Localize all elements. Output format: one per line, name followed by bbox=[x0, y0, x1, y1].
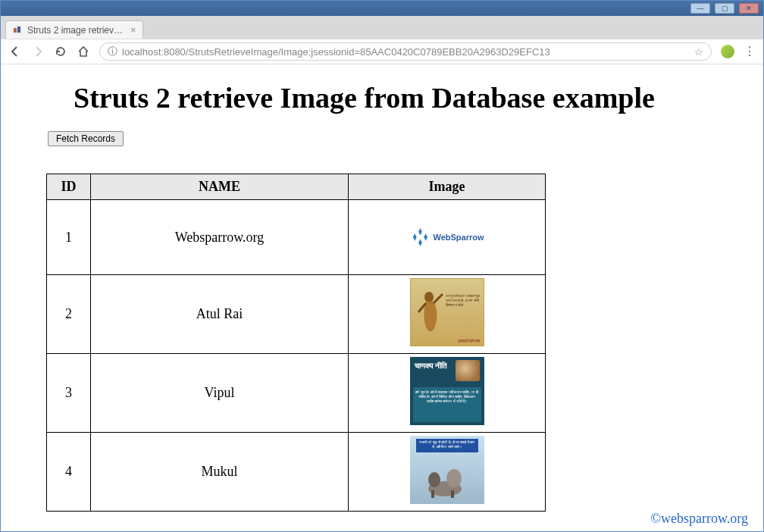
navigation-bar: ⓘ localhost:8080/StrutsRetrieveImage/Ima… bbox=[1, 39, 763, 64]
cell-name: Vipul bbox=[91, 354, 349, 433]
table-row: 3 Vipul चाणक्य नीति हमें भूत के बारे में… bbox=[47, 354, 546, 433]
svg-marker-4 bbox=[418, 239, 422, 246]
url-host: localhost bbox=[122, 46, 161, 58]
svg-point-10 bbox=[446, 469, 462, 487]
thumbnail-quote: चाणक्य नीति हमें भूत के बारे में पछतावा … bbox=[410, 357, 484, 425]
url-path: /StrutsRetrieveImage/Image;jsessionid=85… bbox=[186, 46, 550, 58]
header-id: ID bbox=[47, 174, 91, 200]
table-header-row: ID NAME Image bbox=[47, 174, 546, 200]
thumbnail-footer: आचार्य चाणक्य bbox=[458, 339, 481, 344]
cell-id: 4 bbox=[47, 433, 91, 512]
table-row: 1 Websparrow.org bbox=[47, 200, 546, 275]
svg-point-7 bbox=[424, 292, 434, 302]
cell-image: चाणक्य नीति हमें भूत के बारे में पछतावा … bbox=[349, 354, 546, 433]
header-image: Image bbox=[349, 174, 546, 200]
maximize-button[interactable]: ▢ bbox=[715, 3, 734, 14]
cell-image: WebSparrow bbox=[349, 200, 546, 275]
records-table: ID NAME Image 1 Websparrow.org bbox=[46, 174, 546, 512]
thumbnail-quote: जो गुजारी कल उसको भूल जाए जाए देखे, दा प… bbox=[410, 278, 484, 346]
cell-name: Websparrow.org bbox=[91, 200, 349, 275]
table-row: 2 Atul Rai जो गुजारी कल उसको भूल ज bbox=[47, 275, 546, 354]
browser-tab[interactable]: Struts 2 image retrieve e × bbox=[5, 20, 143, 39]
thumbnail-websparrow: WebSparrow bbox=[410, 203, 484, 271]
svg-rect-1 bbox=[14, 28, 17, 33]
tab-strip: Struts 2 image retrieve e × bbox=[1, 16, 763, 39]
page-title: Struts 2 retrieve Image from Database ex… bbox=[74, 81, 745, 114]
svg-rect-11 bbox=[431, 490, 434, 498]
svg-rect-12 bbox=[451, 490, 454, 498]
cell-name: Atul Rai bbox=[91, 275, 349, 354]
reload-button[interactable] bbox=[54, 45, 67, 58]
fetch-records-button[interactable]: Fetch Records bbox=[48, 131, 124, 146]
bookmark-star-icon[interactable]: ☆ bbox=[694, 46, 703, 58]
tab-close-icon[interactable]: × bbox=[130, 24, 136, 36]
url-text: localhost:8080/StrutsRetrieveImage/Image… bbox=[122, 46, 550, 58]
svg-point-9 bbox=[428, 472, 440, 487]
cell-image: जो गुजारी कल उसको भूल जाए जाए देखे, दा प… bbox=[349, 275, 546, 354]
home-button[interactable] bbox=[77, 45, 90, 58]
svg-marker-3 bbox=[418, 228, 422, 236]
forward-button[interactable] bbox=[31, 45, 45, 58]
minimize-button[interactable]: — bbox=[690, 3, 710, 14]
cell-name: Mukul bbox=[91, 433, 349, 512]
extension-badge-icon[interactable] bbox=[721, 45, 734, 58]
url-port: :8080 bbox=[161, 46, 186, 58]
svg-marker-6 bbox=[424, 233, 427, 241]
thumbnail-label: चाणक्य नीति bbox=[415, 361, 448, 371]
page-content: Struts 2 retrieve Image from Database ex… bbox=[1, 64, 763, 531]
cell-id: 1 bbox=[47, 200, 91, 275]
svg-rect-2 bbox=[17, 27, 20, 33]
table-row: 4 Mukul गलती जो झूठ से छोटी है, वो घर बस… bbox=[47, 433, 546, 512]
thumbnail-caption: जो गुजारी कल उसको भूल जाए जाए देखे, दा प… bbox=[446, 294, 481, 330]
back-button[interactable] bbox=[8, 45, 22, 58]
cell-id: 3 bbox=[47, 354, 91, 433]
thumbnail-banner: गलती जो झूठ से छोटी है, वो घर बसाई है बा… bbox=[416, 439, 478, 452]
close-window-button[interactable]: ✕ bbox=[739, 3, 759, 14]
browser-window: — ▢ ✕ Struts 2 image retrieve e × bbox=[0, 0, 764, 532]
svg-marker-5 bbox=[412, 233, 416, 241]
window-titlebar: — ▢ ✕ bbox=[1, 1, 763, 16]
cell-id: 2 bbox=[47, 275, 91, 354]
site-info-icon[interactable]: ⓘ bbox=[108, 45, 117, 58]
cell-image: गलती जो झूठ से छोटी है, वो घर बसाई है बा… bbox=[349, 433, 546, 512]
header-name: NAME bbox=[91, 174, 349, 200]
thumbnail-portrait bbox=[456, 360, 480, 381]
tab-title: Struts 2 image retrieve e bbox=[27, 25, 126, 36]
overflow-menu-icon[interactable]: ⋮ bbox=[744, 49, 756, 55]
thumbnail-caption: हमें भूत के बारे में पछतावा नहीं करना चा… bbox=[413, 387, 481, 422]
tab-favicon-icon bbox=[12, 25, 23, 36]
thumbnail-quote: गलती जो झूठ से छोटी है, वो घर बसाई है बा… bbox=[410, 436, 484, 504]
watermark: ©websparrow.org bbox=[650, 511, 748, 527]
address-bar[interactable]: ⓘ localhost:8080/StrutsRetrieveImage/Ima… bbox=[99, 42, 712, 61]
thumbnail-label: WebSparrow bbox=[433, 233, 484, 242]
page-viewport[interactable]: Struts 2 retrieve Image from Database ex… bbox=[1, 64, 763, 531]
